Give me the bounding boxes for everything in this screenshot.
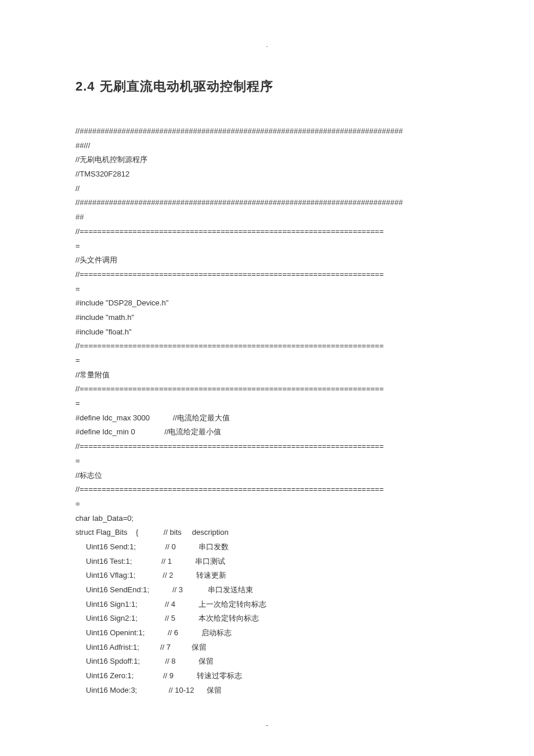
- code-block: //######################################…: [75, 124, 459, 698]
- section-number: 2.4: [75, 79, 95, 93]
- section-title: 无刷直流电动机驱动控制程序: [100, 79, 273, 93]
- section-heading: 2.4无刷直流电动机驱动控制程序: [75, 78, 459, 95]
- page-footer-dash: -: [75, 721, 459, 729]
- page-header-dot: .: [75, 41, 459, 49]
- document-page: . 2.4无刷直流电动机驱动控制程序 //###################…: [0, 0, 534, 753]
